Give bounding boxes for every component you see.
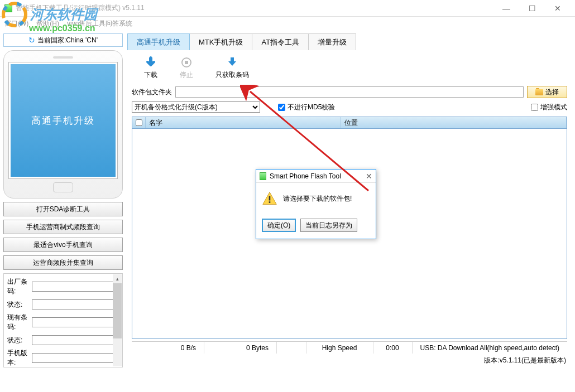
phone-preview: 高通手机升级: [3, 50, 123, 199]
app-icon: [4, 4, 12, 12]
mode-select[interactable]: 开机备份格式化升级(C版本): [132, 101, 260, 113]
current-barcode-input[interactable]: [32, 317, 119, 327]
phone-screen-text: 高通手机升级: [11, 64, 116, 177]
menu-bar: 窗口(W) 帮助(H) vivo售后工具问答系统: [0, 17, 575, 30]
barcode-icon: [226, 56, 239, 69]
phone-version-input[interactable]: [32, 353, 119, 363]
factory-barcode-label: 出厂条码:: [7, 277, 30, 296]
sda-diag-button[interactable]: 打开SDA诊断工具: [3, 202, 123, 216]
phone-version-label: 手机版本:: [7, 349, 30, 367]
svg-rect-3: [185, 61, 188, 64]
col-name[interactable]: 名字: [146, 117, 341, 128]
status2-input[interactable]: [32, 335, 119, 345]
folder-label: 软件包文件夹: [132, 88, 172, 97]
status1-input[interactable]: [32, 299, 119, 309]
status2-label: 状态:: [7, 336, 30, 345]
status-speed: 0 B/s: [132, 342, 204, 354]
tab-mtk[interactable]: MTK手机升级: [189, 33, 252, 50]
maximize-button[interactable]: ☐: [519, 0, 545, 17]
table-header: 名字 位置: [132, 117, 567, 129]
svg-rect-7: [269, 201, 271, 203]
alert-dialog: Smart Phone Flash Tool ✕ 请选择要下载的软件包! 确定(…: [256, 169, 376, 239]
dialog-app-icon: [260, 172, 266, 180]
carrier-band-button[interactable]: 手机运营商制式频段查询: [3, 220, 123, 234]
warning-icon: [262, 191, 277, 206]
stop-icon: [180, 56, 193, 69]
country-label: 当前国家:China 'CN': [37, 36, 98, 45]
dialog-title: Smart Phone Flash Tool: [270, 172, 341, 180]
md5-checkbox[interactable]: 不进行MD5校验: [278, 103, 335, 112]
select-all-checkbox[interactable]: [136, 119, 142, 126]
toolbar: 下载 停止 只获取条码: [127, 50, 572, 84]
status-bytes: 0 Bytes: [204, 342, 277, 354]
folder-input[interactable]: [175, 86, 524, 98]
menu-window[interactable]: 窗口(W): [4, 19, 28, 28]
svg-rect-4: [231, 57, 234, 62]
dialog-ok-button[interactable]: 确定(O): [262, 219, 296, 232]
close-button[interactable]: ✕: [545, 0, 571, 17]
download-button[interactable]: 下载: [144, 56, 157, 80]
band-union-button[interactable]: 运营商频段并集查询: [3, 255, 123, 270]
window-title: 智能手机下载工具(运行时跟踪模式) v5.1.11: [16, 3, 493, 13]
status1-label: 状态:: [7, 300, 30, 309]
status-mode: High Speed: [306, 342, 373, 354]
sidebar: ↻ 当前国家:China 'CN' 高通手机升级 打开SDA诊断工具 手机运营商…: [3, 33, 123, 367]
tab-incremental[interactable]: 增量升级: [308, 33, 356, 50]
barcode-button[interactable]: 只获取条码: [215, 56, 249, 80]
minimize-button[interactable]: —: [493, 0, 519, 17]
svg-rect-6: [269, 196, 271, 201]
version-label: 版本:v5.1.11(已是最新版本): [127, 354, 572, 367]
status-time: 0:00: [373, 342, 413, 354]
info-panel: 出厂条码: 状态: 现有条码: 状态: 手机版本: ▴: [3, 273, 123, 367]
current-barcode-label: 现有条码:: [7, 313, 30, 332]
status-bar: 0 B/s 0 Bytes High Speed 0:00 USB: DA Do…: [132, 341, 567, 354]
dialog-save-log-button[interactable]: 当前日志另存为: [300, 219, 357, 232]
tab-qualcomm[interactable]: 高通手机升级: [127, 33, 190, 50]
status-usb: USB: DA Download All(high speed,auto det…: [413, 342, 567, 354]
info-scrollbar[interactable]: ▴: [113, 274, 122, 366]
menu-help[interactable]: 帮助(H): [36, 19, 59, 28]
title-bar: 智能手机下载工具(运行时跟踪模式) v5.1.11 — ☐ ✕: [0, 0, 575, 17]
dialog-close-icon[interactable]: ✕: [366, 172, 372, 181]
vivo-query-button[interactable]: 最适合vivo手机查询: [3, 238, 123, 252]
status-mid: [277, 342, 306, 354]
enhance-checkbox[interactable]: 增强模式: [531, 103, 567, 112]
tab-at[interactable]: AT指令工具: [252, 33, 309, 50]
dialog-message: 请选择要下载的软件包!: [283, 194, 352, 204]
download-icon: [144, 56, 157, 69]
folder-icon: [535, 89, 543, 95]
tabs: 高通手机升级 MTK手机升级 AT指令工具 增量升级: [127, 33, 572, 50]
select-folder-button[interactable]: 选择: [527, 86, 567, 98]
refresh-icon: ↻: [28, 36, 35, 45]
factory-barcode-input[interactable]: [32, 282, 119, 292]
col-position[interactable]: 位置: [341, 117, 567, 128]
country-box[interactable]: ↻ 当前国家:China 'CN': [3, 33, 123, 47]
stop-button[interactable]: 停止: [180, 56, 193, 80]
menu-vivo[interactable]: vivo售后工具问答系统: [67, 19, 132, 28]
